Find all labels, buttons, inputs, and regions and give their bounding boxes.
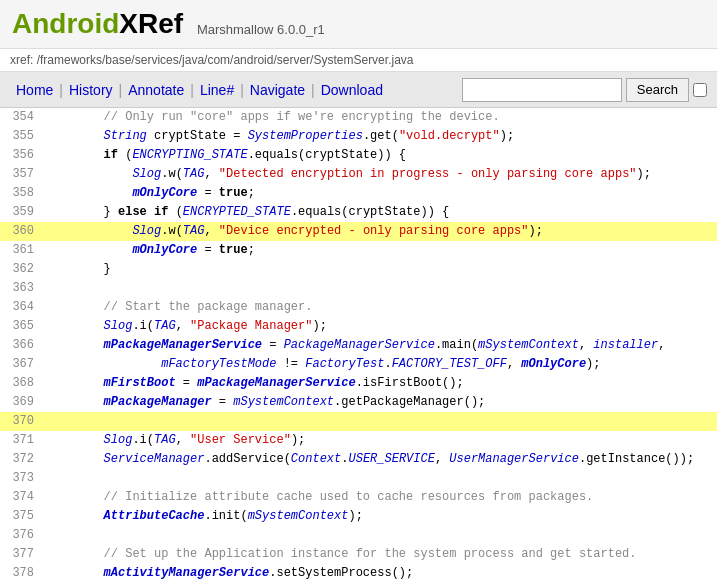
table-row: 356 if (ENCRYPTING_STATE.equals(cryptSta… bbox=[0, 146, 717, 165]
code-line: mActivityManagerService.setSystemProcess… bbox=[42, 564, 717, 581]
line-number: 368 bbox=[0, 374, 42, 393]
line-number: 360 bbox=[0, 222, 42, 241]
code-line: mOnlyCore = true; bbox=[42, 184, 717, 203]
code-area: 354 // Only run "core" apps if we're enc… bbox=[0, 108, 717, 581]
breadcrumb: xref: /frameworks/base/services/java/com… bbox=[0, 49, 717, 72]
table-row: 359 } else if (ENCRYPTED_STATE.equals(cr… bbox=[0, 203, 717, 222]
navbar: Home | History | Annotate | Line# | Navi… bbox=[0, 72, 717, 108]
table-row: 374 // Initialize attribute cache used t… bbox=[0, 488, 717, 507]
code-line: mFactoryTestMode != FactoryTest.FACTORY_… bbox=[42, 355, 717, 374]
line-number: 362 bbox=[0, 260, 42, 279]
code-line: Slog.i(TAG, "Package Manager"); bbox=[42, 317, 717, 336]
table-row: 371 Slog.i(TAG, "User Service"); bbox=[0, 431, 717, 450]
title-xref: XRef bbox=[119, 8, 183, 39]
nav-lineno[interactable]: Line# bbox=[194, 82, 240, 98]
code-line: Slog.w(TAG, "Detected encryption in prog… bbox=[42, 165, 717, 184]
search-area: Search bbox=[462, 78, 707, 102]
table-row: 364 // Start the package manager. bbox=[0, 298, 717, 317]
code-line bbox=[42, 469, 717, 488]
table-row: 369 mPackageManager = mSystemContext.get… bbox=[0, 393, 717, 412]
line-number: 366 bbox=[0, 336, 42, 355]
line-number: 372 bbox=[0, 450, 42, 469]
table-row: 378 mActivityManagerService.setSystemPro… bbox=[0, 564, 717, 581]
header: AndroidXRef Marshmallow 6.0.0_r1 bbox=[0, 0, 717, 49]
code-line: // Only run "core" apps if we're encrypt… bbox=[42, 108, 717, 127]
code-line: AttributeCache.init(mSystemContext); bbox=[42, 507, 717, 526]
code-line: // Start the package manager. bbox=[42, 298, 717, 317]
line-number: 354 bbox=[0, 108, 42, 127]
table-row: 362 } bbox=[0, 260, 717, 279]
nav-checkbox[interactable] bbox=[693, 83, 707, 97]
table-row: 370 bbox=[0, 412, 717, 431]
table-row: 377 // Set up the Application instance f… bbox=[0, 545, 717, 564]
table-row: 361 mOnlyCore = true; bbox=[0, 241, 717, 260]
code-line: Slog.i(TAG, "User Service"); bbox=[42, 431, 717, 450]
nav-home[interactable]: Home bbox=[10, 82, 59, 98]
line-number: 373 bbox=[0, 469, 42, 488]
table-row: 372 ServiceManager.addService(Context.US… bbox=[0, 450, 717, 469]
table-row: 376 bbox=[0, 526, 717, 545]
code-line: } bbox=[42, 260, 717, 279]
table-row: 375 AttributeCache.init(mSystemContext); bbox=[0, 507, 717, 526]
code-line bbox=[42, 526, 717, 545]
search-button[interactable]: Search bbox=[626, 78, 689, 102]
line-number: 367 bbox=[0, 355, 42, 374]
table-row: 363 bbox=[0, 279, 717, 298]
line-number: 375 bbox=[0, 507, 42, 526]
line-number: 358 bbox=[0, 184, 42, 203]
nav-links: Home | History | Annotate | Line# | Navi… bbox=[10, 82, 389, 98]
code-line: // Initialize attribute cache used to ca… bbox=[42, 488, 717, 507]
code-line: ServiceManager.addService(Context.USER_S… bbox=[42, 450, 717, 469]
line-number: 359 bbox=[0, 203, 42, 222]
line-number: 361 bbox=[0, 241, 42, 260]
nav-annotate[interactable]: Annotate bbox=[122, 82, 190, 98]
table-row: 358 mOnlyCore = true; bbox=[0, 184, 717, 203]
app-title: AndroidXRef bbox=[12, 8, 191, 39]
search-input[interactable] bbox=[462, 78, 622, 102]
line-number: 355 bbox=[0, 127, 42, 146]
line-number: 370 bbox=[0, 412, 42, 431]
nav-history[interactable]: History bbox=[63, 82, 119, 98]
code-body: 354 // Only run "core" apps if we're enc… bbox=[0, 108, 717, 581]
line-number: 365 bbox=[0, 317, 42, 336]
line-number: 376 bbox=[0, 526, 42, 545]
breadcrumb-text: xref: /frameworks/base/services/java/com… bbox=[10, 53, 413, 67]
line-number: 374 bbox=[0, 488, 42, 507]
code-line: if (ENCRYPTING_STATE.equals(cryptState))… bbox=[42, 146, 717, 165]
line-number: 357 bbox=[0, 165, 42, 184]
line-number: 371 bbox=[0, 431, 42, 450]
line-number: 363 bbox=[0, 279, 42, 298]
code-line bbox=[42, 412, 717, 431]
table-row: 360 Slog.w(TAG, "Device encrypted - only… bbox=[0, 222, 717, 241]
table-row: 354 // Only run "core" apps if we're enc… bbox=[0, 108, 717, 127]
table-row: 367 mFactoryTestMode != FactoryTest.FACT… bbox=[0, 355, 717, 374]
table-row: 368 mFirstBoot = mPackageManagerService.… bbox=[0, 374, 717, 393]
code-line: } else if (ENCRYPTED_STATE.equals(cryptS… bbox=[42, 203, 717, 222]
line-number: 369 bbox=[0, 393, 42, 412]
table-row: 365 Slog.i(TAG, "Package Manager"); bbox=[0, 317, 717, 336]
title-android: Android bbox=[12, 8, 119, 39]
line-number: 378 bbox=[0, 564, 42, 581]
line-number: 377 bbox=[0, 545, 42, 564]
nav-download[interactable]: Download bbox=[315, 82, 389, 98]
code-line: mFirstBoot = mPackageManagerService.isFi… bbox=[42, 374, 717, 393]
table-row: 373 bbox=[0, 469, 717, 488]
code-line: mPackageManagerService = PackageManagerS… bbox=[42, 336, 717, 355]
table-row: 355 String cryptState = SystemProperties… bbox=[0, 127, 717, 146]
code-line: mOnlyCore = true; bbox=[42, 241, 717, 260]
table-row: 357 Slog.w(TAG, "Detected encryption in … bbox=[0, 165, 717, 184]
table-row: 366 mPackageManagerService = PackageMana… bbox=[0, 336, 717, 355]
code-line: String cryptState = SystemProperties.get… bbox=[42, 127, 717, 146]
code-line: mPackageManager = mSystemContext.getPack… bbox=[42, 393, 717, 412]
line-number: 356 bbox=[0, 146, 42, 165]
code-line bbox=[42, 279, 717, 298]
nav-navigate[interactable]: Navigate bbox=[244, 82, 311, 98]
code-table: 354 // Only run "core" apps if we're enc… bbox=[0, 108, 717, 581]
line-number: 364 bbox=[0, 298, 42, 317]
code-line: // Set up the Application instance for t… bbox=[42, 545, 717, 564]
version-label: Marshmallow 6.0.0_r1 bbox=[197, 22, 325, 37]
code-line: Slog.w(TAG, "Device encrypted - only par… bbox=[42, 222, 717, 241]
